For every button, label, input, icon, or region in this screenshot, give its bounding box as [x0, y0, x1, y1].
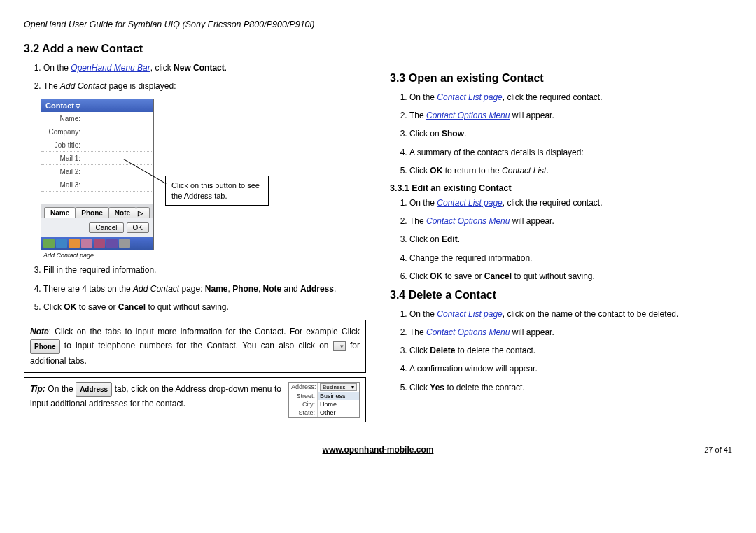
- field-jobtitle: Job title:: [41, 138, 153, 152]
- d-step-5: Click Yes to delete the contact.: [410, 382, 732, 393]
- callout-box: Click on this button to see the Address …: [165, 176, 269, 206]
- e-step-4: Change the required information.: [410, 253, 732, 264]
- link-options-menu-2[interactable]: Contact Options Menu: [426, 216, 510, 226]
- sys-icon-3: [69, 239, 80, 248]
- link-options-menu[interactable]: Contact Options Menu: [426, 111, 510, 120]
- edit-contact-steps: On the Contact List page, click the requ…: [390, 197, 732, 282]
- link-contact-list-3[interactable]: Contact List page: [437, 309, 502, 319]
- sys-icon-2: [56, 239, 67, 248]
- inline-address-button: Address: [76, 382, 112, 397]
- d-step-3: Click Delete to delete the contact.: [410, 345, 732, 356]
- tab-more-icon: ▷: [136, 207, 150, 218]
- add-contact-steps: On the OpenHand Menu Bar, click New Cont…: [24, 62, 366, 92]
- phone-caption: Add Contact page: [41, 250, 154, 260]
- open-contact-steps: On the Contact List page, click the requ…: [390, 92, 732, 176]
- tab-note: Note: [108, 207, 136, 218]
- delete-contact-steps: On the Contact List page, click on the n…: [390, 308, 732, 393]
- link-menu-bar[interactable]: OpenHand Menu Bar: [71, 63, 150, 73]
- sys-icon-6: [106, 239, 118, 248]
- d-step-1: On the Contact List page, click on the n…: [410, 308, 732, 320]
- inline-more-tabs-icon: [333, 341, 346, 351]
- field-company: Company:: [41, 125, 153, 138]
- tab-phone: Phone: [75, 207, 109, 218]
- sys-icon-1: [43, 239, 55, 248]
- sys-icon-5: [94, 239, 105, 248]
- footer-url[interactable]: www.openhand-mobile.com: [323, 445, 434, 455]
- step-3: Fill in the required information.: [43, 264, 366, 276]
- address-dropdown-mock: Address:Business▾ Street:Business City:H…: [288, 382, 360, 418]
- cancel-button: Cancel: [89, 222, 123, 233]
- tip-text: Tip: On the Address tab, click on the Ad…: [30, 382, 281, 411]
- step-2: The Add Contact page is displayed:: [43, 80, 366, 92]
- phone-wrapper: Contact▽ Name: Company: Job title: Mail …: [41, 99, 154, 260]
- heading-add-contact: 3.2 Add a new Contact: [24, 43, 366, 55]
- o-step-1: On the Contact List page, click the requ…: [410, 92, 732, 103]
- left-column: 3.2 Add a new Contact On the OpenHand Me…: [24, 38, 366, 427]
- field-mail3: Mail 3:: [41, 178, 153, 192]
- page-footer: www.openhand-mobile.com 27 of 41: [24, 445, 732, 455]
- sys-icon-7: [119, 239, 130, 248]
- e-step-3: Click on Edit.: [410, 234, 732, 245]
- o-step-3: Click on Show.: [410, 128, 732, 139]
- phone-mock: Contact▽ Name: Company: Job title: Mail …: [41, 99, 154, 250]
- phone-titlebar: Contact▽: [41, 99, 153, 112]
- link-contact-list-2[interactable]: Contact List page: [437, 198, 502, 208]
- dropdown-icon: ▽: [76, 103, 80, 110]
- tip-box: Tip: On the Address tab, click on the Ad…: [24, 377, 366, 422]
- ok-button: OK: [127, 222, 149, 233]
- document-header: OpenHand User Guide for Symbian UIQ (Son…: [24, 20, 732, 31]
- heading-edit-contact: 3.3.1 Edit an existing Contact: [390, 183, 732, 193]
- chevron-down-icon: ▾: [351, 384, 354, 390]
- inline-phone-button: Phone: [30, 339, 60, 354]
- o-step-5: Click OK to return to the Contact List.: [410, 165, 732, 176]
- field-name: Name:: [41, 112, 153, 125]
- step-5: Click OK to save or Cancel to quit witho…: [43, 301, 366, 313]
- e-step-1: On the Contact List page, click the requ…: [410, 197, 732, 208]
- phone-screenshot-area: Contact▽ Name: Company: Job title: Mail …: [41, 99, 366, 260]
- add-contact-steps-cont: Fill in the required information. There …: [24, 264, 366, 313]
- o-step-4: A summary of the contacts details is dis…: [410, 147, 732, 158]
- o-step-2: The Contact Options Menu will appear.: [410, 110, 732, 121]
- phone-sysbar: [41, 237, 153, 250]
- sys-icon-4: [81, 239, 92, 248]
- field-mail1: Mail 1:: [41, 152, 153, 165]
- step-1: On the OpenHand Menu Bar, click New Cont…: [43, 62, 366, 73]
- step-4: There are 4 tabs on the Add Contact page…: [43, 283, 366, 294]
- phone-tabs: Name Phone Note ▷: [41, 204, 153, 218]
- note-box: Note: Click on the tabs to input more in…: [24, 320, 366, 373]
- address-select: Business▾: [320, 383, 357, 391]
- d-step-2: The Contact Options Menu will appear.: [410, 327, 732, 338]
- tab-name: Name: [44, 207, 76, 218]
- right-column: 3.3 Open an existing Contact On the Cont…: [390, 38, 732, 427]
- phone-buttons: Cancel OK: [41, 218, 153, 237]
- heading-open-contact: 3.3 Open an existing Contact: [390, 72, 732, 85]
- e-step-6: Click OK to save or Cancel to quit witho…: [410, 271, 732, 282]
- d-step-4: A confirmation window will appear.: [410, 363, 732, 374]
- link-contact-list[interactable]: Contact List page: [437, 92, 502, 102]
- e-step-2: The Contact Options Menu will appear.: [410, 215, 732, 227]
- page-number: 27 of 41: [704, 446, 732, 454]
- link-options-menu-3[interactable]: Contact Options Menu: [426, 327, 510, 337]
- heading-delete-contact: 3.4 Delete a Contact: [390, 289, 732, 301]
- content-columns: 3.2 Add a new Contact On the OpenHand Me…: [24, 38, 732, 427]
